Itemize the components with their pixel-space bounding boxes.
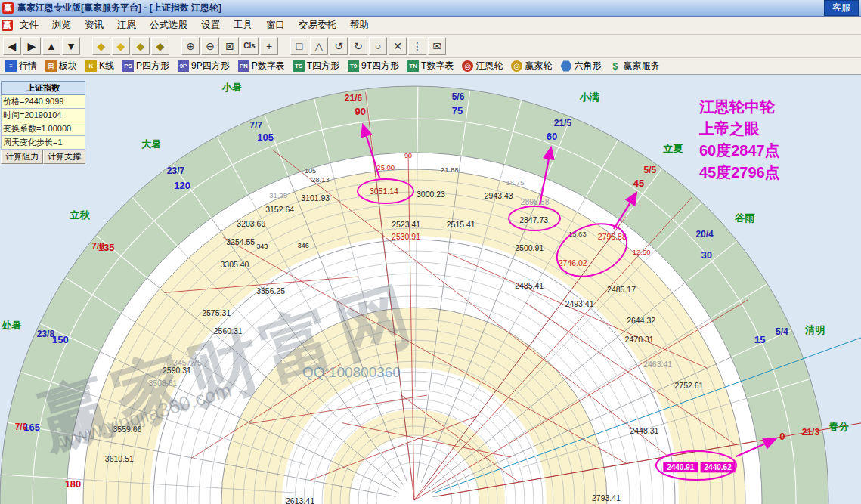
select-region-button[interactable]: ⊠: [221, 37, 239, 55]
view-label: 六角形: [574, 60, 601, 73]
view-label: 9P四方形: [191, 60, 230, 73]
view-button-P四方形[interactable]: PSP四方形: [122, 60, 169, 73]
calc-button-0[interactable]: 计算阻力: [1, 150, 43, 164]
wheel-label-degrees: 150: [52, 334, 69, 345]
crosshair-button[interactable]: +: [260, 37, 278, 55]
nav-right-icon: ▶: [28, 41, 36, 51]
wheel-label-values: 3051.14: [370, 187, 398, 196]
diamond-gold-2-icon: ◆: [117, 41, 125, 51]
view-label: 行情: [19, 60, 37, 73]
wheel-label-steps: 105: [305, 167, 316, 175]
menu-item-4[interactable]: 公式选股: [143, 17, 194, 34]
diamond-gold-1-icon: ◆: [98, 41, 106, 51]
info-row-1: 时间=20190104: [1, 109, 85, 122]
menu-item-5[interactable]: 设置: [194, 17, 227, 34]
wheel-label-steps: 31.25: [269, 191, 287, 199]
nav-down-button[interactable]: ▼: [62, 37, 80, 55]
menu-item-2[interactable]: 资讯: [78, 17, 110, 34]
view-button-T四方形[interactable]: TST四方形: [293, 60, 339, 73]
diamond-olive-1-icon: ◆: [137, 41, 145, 51]
diamond-gold-2-button[interactable]: ◆: [112, 37, 130, 55]
nav-up-button[interactable]: ▲: [42, 37, 60, 55]
diamond-olive-2-button[interactable]: ◆: [151, 37, 169, 55]
view-label: 赢家轮: [525, 60, 552, 73]
index-name: 上证指数: [1, 81, 85, 95]
menu-logo-icon: 赢: [2, 20, 13, 31]
view-button-P数字表[interactable]: PNP数字表: [238, 60, 285, 73]
wheel-label-degrees: 105: [257, 131, 274, 143]
dots-button[interactable]: ⋮: [408, 37, 426, 55]
view-button-赢家轮[interactable]: ◎赢家轮: [511, 60, 552, 73]
menu-item-0[interactable]: 文件: [13, 17, 45, 34]
nav-left-button[interactable]: ◀: [3, 37, 21, 55]
wheel-label-steps: 18.75: [506, 178, 524, 187]
wheel-label-values: 2493.41: [565, 299, 594, 308]
customer-service-button[interactable]: 客服: [824, 0, 859, 16]
view-label: 板块: [59, 60, 77, 73]
view-label: K线: [99, 60, 114, 73]
delete-button[interactable]: ✕: [389, 37, 407, 55]
zoom-in-button[interactable]: ⊕: [181, 37, 200, 55]
menu-item-9[interactable]: 帮助: [343, 17, 376, 34]
wheel-label-steps: 21.88: [441, 165, 459, 174]
shape-circle-button[interactable]: ○: [369, 37, 387, 55]
calc-button-1[interactable]: 计算支撑: [43, 150, 85, 164]
view-button-江恩轮[interactable]: ◎江恩轮: [462, 60, 503, 73]
chart-area[interactable]: 小暑大暑立秋处暑小满立夏谷雨清明春分7/721/65/621/55/520/45…: [0, 75, 861, 504]
zoom-out-button[interactable]: ⊖: [201, 37, 219, 55]
wheel-label-values: 3559.66: [113, 425, 141, 434]
toolbar-views: ≡行情田板块KK线PSP四方形9P9P四方形PNP数字表TST四方形T99T四方…: [0, 58, 861, 75]
wheel-label-terms: 立夏: [662, 143, 683, 154]
view-button-K线[interactable]: KK线: [85, 60, 114, 73]
rotate-ccw-button[interactable]: ↺: [330, 37, 348, 55]
clear-button[interactable]: Cls: [240, 37, 259, 55]
wheel-label-degrees: 15: [754, 334, 765, 345]
wheel-label-values: 2752.61: [674, 381, 703, 390]
diamond-olive-1-button[interactable]: ◆: [132, 37, 150, 55]
menu-item-7[interactable]: 窗口: [259, 17, 292, 34]
rotate-cw-icon: ↻: [354, 41, 363, 51]
rotate-cw-button[interactable]: ↻: [349, 37, 367, 55]
annotation-block: 江恩轮中轮上帝之眼60度2847点45度2796点: [699, 96, 780, 184]
menu-item-3[interactable]: 江恩: [110, 17, 143, 34]
wheel-label-values: 2847.73: [519, 215, 548, 224]
view-button-9T四方形[interactable]: T99T四方形: [348, 60, 399, 73]
wheel-label-terms: 春分: [828, 421, 850, 432]
wheel-label-values: 2575.31: [202, 308, 231, 317]
wheel-label-values: 2530.91: [392, 232, 420, 241]
view-button-板块[interactable]: 田板块: [45, 60, 77, 73]
wheel-label-values: 3101.93: [301, 193, 330, 203]
select-region-icon: ⊠: [225, 41, 234, 51]
view-button-六角形[interactable]: 六角形: [560, 60, 601, 73]
menu-item-1[interactable]: 浏览: [45, 17, 78, 34]
menu-item-8[interactable]: 交易委托: [292, 17, 343, 34]
wheel-label-dates: 21/5: [554, 118, 572, 128]
view-button-T数字表[interactable]: TNT数字表: [407, 60, 454, 73]
view-button-赢家服务[interactable]: $赢家服务: [609, 60, 659, 73]
zoom-out-icon: ⊖: [206, 41, 215, 51]
nav-right-button[interactable]: ▶: [23, 37, 41, 55]
message-icon: ✉: [432, 41, 441, 51]
shape-triangle-button[interactable]: △: [310, 37, 328, 55]
info-row-0: 价格=2440.9099: [1, 95, 85, 109]
wheel-label-terms: 大暑: [141, 138, 161, 150]
message-button[interactable]: ✉: [428, 37, 446, 55]
view-button-行情[interactable]: ≡行情: [5, 60, 37, 73]
nav-down-icon: ▼: [66, 41, 76, 51]
wheel-label-terms: 处暑: [1, 320, 21, 331]
wheel-label-values: 2943.43: [485, 191, 513, 200]
P四方形-icon: PS: [122, 60, 134, 72]
menu-item-6[interactable]: 工具: [227, 17, 259, 34]
wheel-label-degrees: 90: [355, 106, 365, 117]
wheel-label-values: 3508.61: [148, 379, 177, 388]
index-info-panel: 上证指数 价格=2440.9099时间=20190104变换系数=1.00000…: [1, 81, 85, 164]
9T四方形-icon: T9: [348, 60, 359, 72]
wheel-label-degrees: 45: [633, 178, 644, 189]
view-button-9P四方形[interactable]: 9P9P四方形: [178, 60, 230, 73]
wheel-label-degrees: 120: [174, 180, 190, 191]
info-row-2: 变换系数=1.00000: [1, 122, 85, 136]
wheel-label-steps: 12.50: [633, 248, 651, 256]
diamond-gold-1-button[interactable]: ◆: [92, 37, 110, 55]
wheel-label-values: 2560.31: [214, 326, 243, 335]
shape-square-button[interactable]: □: [290, 37, 308, 55]
